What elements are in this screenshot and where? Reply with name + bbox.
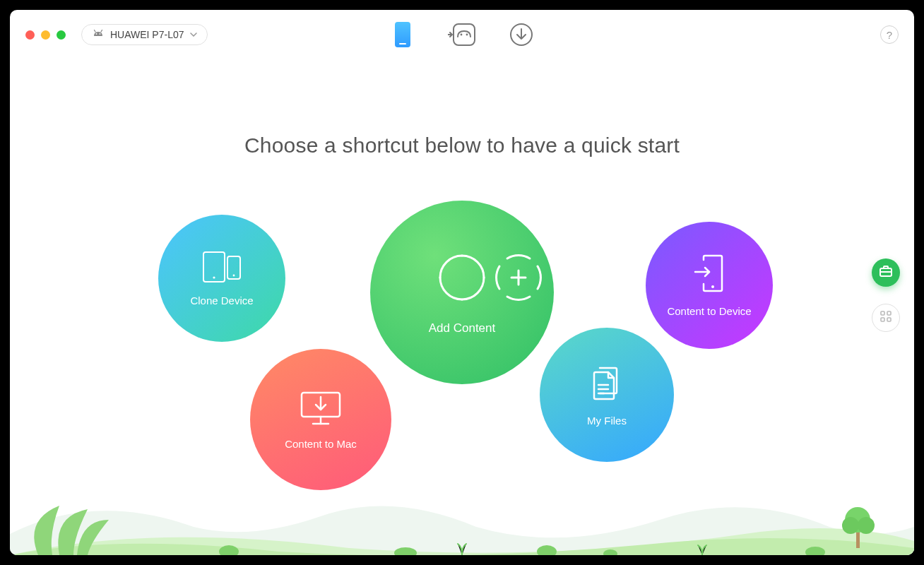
shortcut-label: Add Content xyxy=(429,321,496,335)
shortcut-label: My Files xyxy=(587,415,627,427)
add-content-icon xyxy=(434,249,490,309)
shortcut-content-to-mac[interactable]: Content to Mac xyxy=(250,349,391,490)
window-maximize-button[interactable] xyxy=(57,30,66,40)
svg-rect-37 xyxy=(856,527,860,548)
svg-rect-29 xyxy=(887,311,891,315)
svg-rect-31 xyxy=(887,318,891,321)
window-minimize-button[interactable] xyxy=(41,30,50,40)
chevron-down-icon xyxy=(190,32,197,37)
svg-rect-30 xyxy=(881,318,884,321)
content-to-device-icon xyxy=(692,254,726,297)
shortcut-bubbles: Clone Device xyxy=(10,201,914,497)
device-dropdown[interactable]: HUAWEI P7-L07 xyxy=(81,24,208,45)
shortcut-label: Clone Device xyxy=(190,295,253,307)
svg-point-34 xyxy=(537,545,557,555)
svg-point-36 xyxy=(805,547,825,555)
svg-point-38 xyxy=(845,507,870,533)
toolbox-button[interactable] xyxy=(872,258,900,287)
svg-point-13 xyxy=(233,274,235,276)
svg-rect-5 xyxy=(399,43,406,44)
svg-rect-28 xyxy=(881,311,884,315)
svg-point-32 xyxy=(219,545,239,555)
svg-rect-6 xyxy=(454,24,475,45)
content-to-mac-icon xyxy=(299,390,343,429)
side-buttons xyxy=(872,258,900,332)
clone-device-icon xyxy=(202,251,242,286)
grid-icon xyxy=(879,310,892,326)
svg-point-14 xyxy=(440,256,484,299)
device-name-label: HUAWEI P7-L07 xyxy=(110,29,184,40)
svg-point-33 xyxy=(394,547,417,555)
shortcut-label: Content to Mac xyxy=(285,438,357,450)
svg-point-17 xyxy=(711,285,714,288)
briefcase-icon xyxy=(879,265,893,280)
svg-point-40 xyxy=(858,517,875,534)
nav-device-tab[interactable] xyxy=(389,20,417,49)
nav-download-tab[interactable] xyxy=(507,20,535,49)
shortcut-clone-device[interactable]: Clone Device xyxy=(158,215,285,342)
android-icon xyxy=(92,30,105,40)
app-window: HUAWEI P7-L07 xyxy=(10,10,914,555)
shortcut-add-content[interactable]: Add Content xyxy=(370,201,554,384)
top-nav xyxy=(389,20,535,49)
help-label: ? xyxy=(887,29,892,41)
svg-point-7 xyxy=(461,34,463,36)
svg-point-3 xyxy=(100,33,101,35)
my-files-icon xyxy=(587,364,627,406)
page-heading: Choose a shortcut below to have a quick … xyxy=(10,133,914,157)
title-bar: HUAWEI P7-L07 xyxy=(10,10,914,59)
shortcut-content-to-device[interactable]: Content to Device xyxy=(646,222,773,349)
shortcut-label: Content to Device xyxy=(667,305,751,317)
shortcut-my-files[interactable]: My Files xyxy=(540,328,674,462)
window-controls xyxy=(25,30,66,40)
svg-point-2 xyxy=(96,33,97,35)
window-close-button[interactable] xyxy=(25,30,35,40)
svg-point-39 xyxy=(842,517,859,534)
svg-point-35 xyxy=(603,549,617,555)
category-grid-button[interactable] xyxy=(872,304,900,332)
help-button[interactable]: ? xyxy=(880,25,899,44)
svg-line-1 xyxy=(101,30,102,32)
nav-transfer-tab[interactable] xyxy=(448,20,476,49)
svg-point-11 xyxy=(213,276,215,278)
svg-line-0 xyxy=(95,30,96,32)
svg-point-8 xyxy=(466,34,468,36)
